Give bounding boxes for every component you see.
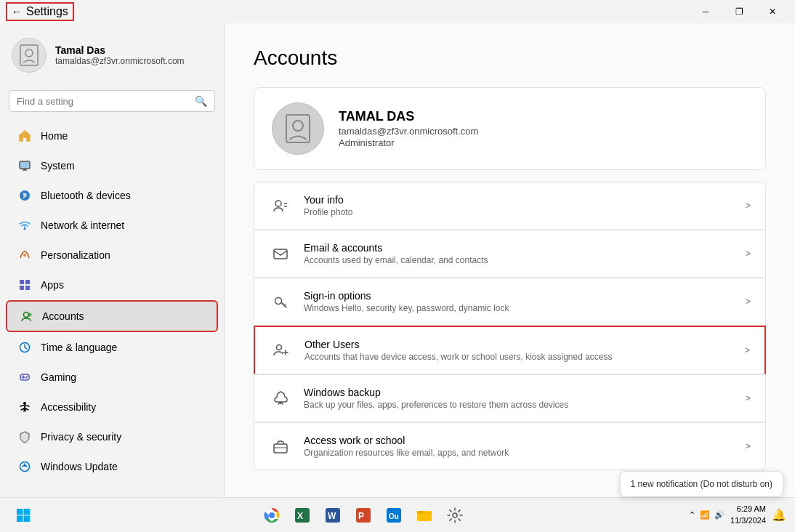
system-clock[interactable]: 6:29 AM 11/3/2024 bbox=[730, 504, 766, 526]
chevron-up-icon[interactable]: ⌃ bbox=[689, 510, 695, 520]
sidebar-item-personalization[interactable]: Personalization bbox=[6, 241, 218, 270]
taskbar-app-outlook[interactable]: Ou bbox=[381, 502, 407, 528]
gaming-icon bbox=[17, 370, 32, 384]
svg-point-5 bbox=[23, 254, 26, 257]
personalization-icon bbox=[17, 248, 32, 262]
account-info: TAMAL DAS tamaldas@zf3vr.onmicrosoft.com… bbox=[339, 109, 478, 148]
svg-rect-23 bbox=[274, 249, 287, 259]
start-button[interactable] bbox=[9, 501, 38, 530]
sidebar-item-update[interactable]: Windows Update bbox=[6, 452, 218, 481]
sidebar-item-accessibility[interactable]: Accessibility bbox=[6, 392, 218, 422]
search-box[interactable]: 🔍 bbox=[9, 90, 215, 112]
svg-text:Ou: Ou bbox=[389, 512, 399, 520]
svg-point-20 bbox=[275, 201, 281, 206]
backup-icon bbox=[269, 387, 292, 410]
taskbar-left bbox=[9, 501, 38, 530]
svg-rect-28 bbox=[17, 509, 23, 515]
sidebar-item-label: Network & internet bbox=[41, 219, 124, 231]
chevron-icon: > bbox=[746, 201, 751, 211]
account-display-name: TAMAL DAS bbox=[339, 109, 478, 124]
close-button[interactable]: ✕ bbox=[756, 0, 789, 23]
bluetooth-icon bbox=[17, 188, 32, 203]
sidebar-item-label: Windows Update bbox=[41, 461, 118, 472]
accounts-icon bbox=[19, 309, 33, 323]
item-title: Email & accounts bbox=[304, 242, 734, 254]
svg-point-33 bbox=[269, 512, 275, 518]
sidebar-item-bluetooth[interactable]: Bluetooth & devices bbox=[6, 181, 218, 210]
item-desc: Accounts used by email, calendar, and co… bbox=[304, 255, 734, 265]
svg-rect-7 bbox=[25, 280, 30, 284]
svg-rect-29 bbox=[24, 509, 31, 515]
person-card-icon bbox=[269, 194, 292, 217]
svg-text:W: W bbox=[328, 511, 336, 521]
sidebar-item-apps[interactable]: Apps bbox=[6, 270, 218, 299]
sidebar-item-label: System bbox=[41, 160, 75, 172]
sidebar-item-time[interactable]: Time & language bbox=[6, 333, 218, 362]
apps-icon bbox=[17, 278, 32, 292]
sidebar-item-label: Home bbox=[41, 130, 68, 142]
settings-item-your-info[interactable]: Your info Profile photo > bbox=[254, 182, 766, 230]
svg-rect-2 bbox=[20, 161, 30, 169]
profile-info: Tamal Das tamaldas@zf3vr.onmicrosoft.com bbox=[55, 44, 185, 66]
email-icon bbox=[269, 242, 292, 265]
taskbar-app-explorer[interactable] bbox=[411, 502, 437, 528]
svg-rect-6 bbox=[20, 280, 24, 284]
key-icon bbox=[269, 290, 292, 313]
svg-point-3 bbox=[20, 190, 30, 201]
taskbar-right: ⌃ 📶 🔊 6:29 AM 11/3/2024 🔔 bbox=[689, 504, 786, 526]
page-title: Accounts bbox=[254, 47, 766, 70]
item-title: Sign-in options bbox=[304, 290, 734, 302]
chevron-icon: > bbox=[746, 393, 751, 403]
svg-text:P: P bbox=[358, 511, 364, 521]
item-desc: Windows Hello, security key, password, d… bbox=[304, 303, 734, 313]
back-icon[interactable]: ← bbox=[12, 6, 22, 17]
settings-item-signin[interactable]: Sign-in options Windows Hello, security … bbox=[254, 278, 766, 326]
system-tray: ⌃ 📶 🔊 bbox=[689, 510, 725, 520]
sidebar: Tamal Das tamaldas@zf3vr.onmicrosoft.com… bbox=[0, 23, 224, 497]
svg-point-14 bbox=[26, 376, 28, 377]
taskbar-app-chrome[interactable] bbox=[259, 502, 285, 528]
svg-point-25 bbox=[277, 345, 282, 350]
taskbar-app-excel[interactable]: X bbox=[289, 502, 315, 528]
settings-item-email-accounts[interactable]: Email & accounts Accounts used by email,… bbox=[254, 230, 766, 278]
titlebar-controls: ─ ❐ ✕ bbox=[689, 0, 789, 23]
taskbar-app-settings[interactable] bbox=[442, 502, 468, 528]
maximize-button[interactable]: ❐ bbox=[722, 0, 756, 23]
settings-item-access-work[interactable]: Access work or school Organization resou… bbox=[254, 422, 766, 470]
account-avatar bbox=[272, 102, 324, 155]
sidebar-item-accounts[interactable]: Accounts bbox=[6, 300, 218, 332]
minimize-button[interactable]: ─ bbox=[689, 0, 722, 23]
account-role: Administrator bbox=[339, 137, 478, 148]
notification-icon[interactable]: 🔔 bbox=[772, 508, 786, 522]
item-desc: Profile photo bbox=[304, 207, 734, 217]
network-tray-icon[interactable]: 📶 bbox=[700, 510, 710, 520]
settings-item-other-users[interactable]: Other Users Accounts that have device ac… bbox=[254, 326, 766, 374]
svg-point-15 bbox=[25, 377, 27, 379]
sidebar-item-home[interactable]: Home bbox=[6, 121, 218, 150]
home-icon bbox=[17, 129, 32, 143]
sidebar-item-system[interactable]: System bbox=[6, 151, 218, 180]
item-text-backup: Windows backup Back up your files, apps,… bbox=[304, 387, 734, 410]
svg-text:X: X bbox=[297, 511, 303, 521]
taskbar-app-word[interactable]: W bbox=[320, 502, 346, 528]
notification-text: 1 new notification (Do not disturb on) bbox=[631, 479, 772, 489]
svg-rect-30 bbox=[17, 515, 23, 522]
account-email: tamaldas@zf3vr.onmicrosoft.com bbox=[339, 126, 478, 137]
taskbar-app-powerpoint[interactable]: P bbox=[350, 502, 376, 528]
titlebar-title: Settings bbox=[26, 5, 68, 18]
system-icon bbox=[17, 158, 32, 173]
svg-rect-8 bbox=[20, 286, 24, 290]
item-text-email: Email & accounts Accounts used by email,… bbox=[304, 242, 734, 265]
time-icon bbox=[17, 340, 32, 355]
sidebar-item-privacy[interactable]: Privacy & security bbox=[6, 422, 218, 451]
item-text-signin: Sign-in options Windows Hello, security … bbox=[304, 290, 734, 313]
settings-item-backup[interactable]: Windows backup Back up your files, apps,… bbox=[254, 374, 766, 422]
search-input[interactable] bbox=[17, 96, 189, 107]
profile-name: Tamal Das bbox=[55, 44, 185, 56]
titlebar-left: ← Settings bbox=[6, 2, 74, 21]
sidebar-item-network[interactable]: Network & internet bbox=[6, 211, 218, 240]
item-title: Other Users bbox=[304, 339, 733, 350]
sidebar-item-gaming[interactable]: Gaming bbox=[6, 363, 218, 392]
volume-icon[interactable]: 🔊 bbox=[714, 510, 725, 520]
sidebar-item-label: Apps bbox=[41, 279, 64, 291]
